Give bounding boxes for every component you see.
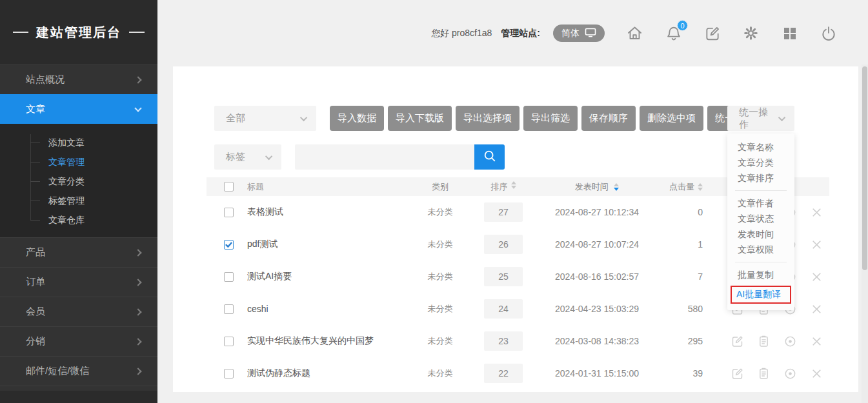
row-title[interactable]: 表格测试 [247, 206, 283, 217]
sidebar-subitem-添加文章[interactable]: 添加文章 [0, 133, 157, 152]
bulk-menu-item-文章排序[interactable]: 文章排序 [727, 170, 794, 186]
apps-grid-icon[interactable] [781, 25, 798, 42]
row-sort-input[interactable]: 22 [484, 364, 523, 383]
page-scrollbar[interactable] [862, 64, 868, 403]
top-header: 您好 pro8cf1a8 管理站点: 简体 0 [157, 0, 868, 66]
sidebar-subitem-文章仓库[interactable]: 文章仓库 [0, 210, 157, 230]
monitor-icon [585, 28, 596, 39]
select-all-checkbox[interactable] [224, 182, 234, 192]
sidebar-subitem-文章分类[interactable]: 文章分类 [0, 172, 157, 191]
sort-toggle-icon-active[interactable] [614, 183, 619, 191]
preview-eye-icon[interactable] [783, 367, 797, 380]
sidebar-item-label: 会员 [26, 306, 45, 318]
menu-divider [735, 190, 787, 191]
bulk-menu-item-文章名称[interactable]: 文章名称 [727, 139, 794, 155]
sidebar: 建站管理后台 站点概况文章 添加文章文章管理文章分类标签管理文章仓库 产品订单会… [0, 0, 157, 403]
edit-icon[interactable] [731, 367, 744, 380]
delete-x-icon[interactable] [810, 302, 823, 316]
search-input[interactable] [295, 144, 474, 170]
sidebar-subitem-文章管理[interactable]: 文章管理 [0, 152, 157, 172]
row-clicks: 295 [688, 336, 703, 346]
category-filter-select[interactable]: 全部 [214, 106, 316, 131]
bulk-menu-item-发表时间[interactable]: 发表时间 [727, 226, 794, 242]
row-title[interactable]: pdf测试 [247, 239, 278, 249]
toolbar-button-保存顺序[interactable]: 保存顺序 [581, 106, 636, 131]
chevron-right-icon [134, 76, 141, 83]
bulk-menu-item-批量复制[interactable]: 批量复制 [727, 267, 794, 282]
sort-toggle-icon[interactable] [698, 183, 703, 191]
sort-toggle-icon[interactable] [511, 181, 516, 193]
row-checkbox[interactable] [224, 208, 234, 217]
sidebar-item-分销[interactable]: 分销 [0, 326, 157, 356]
row-title[interactable]: ceshi [247, 304, 268, 314]
sidebar-item-站点概况[interactable]: 站点概况 [0, 64, 157, 94]
sidebar-item-会员[interactable]: 会员 [0, 297, 157, 326]
row-sort-input[interactable]: 26 [484, 235, 523, 254]
edit-icon[interactable] [731, 335, 744, 348]
search-button[interactable] [474, 144, 505, 170]
toolbar-button-导出选择项[interactable]: 导出选择项 [456, 106, 520, 131]
bulk-actions-button[interactable]: 统一操作 [727, 106, 794, 131]
sidebar-item-邮件/短信/微信[interactable]: 邮件/短信/微信 [0, 356, 157, 386]
sidebar-item-产品[interactable]: 产品 [0, 237, 157, 267]
column-header-clicks[interactable]: 点击量 [663, 181, 703, 193]
manage-site-label: 管理站点: [501, 28, 540, 39]
row-checkbox[interactable] [224, 369, 234, 378]
row-sort-input[interactable]: 23 [484, 331, 523, 351]
copy-icon[interactable] [757, 367, 771, 380]
row-title[interactable]: 实现中华民族伟大复兴的中国梦 [247, 335, 374, 346]
toolbar-button-导入下载版[interactable]: 导入下载版 [388, 106, 452, 131]
column-header-sort[interactable]: 排序 [476, 181, 531, 193]
scrollbar-thumb[interactable] [862, 66, 867, 270]
bulk-menu-item-文章状态[interactable]: 文章状态 [727, 211, 794, 226]
row-checkbox[interactable] [224, 337, 234, 346]
row-checkbox[interactable] [224, 240, 234, 250]
copy-icon[interactable] [757, 335, 771, 348]
bulk-menu-item-ai-batch-translate-highlighted[interactable]: AI批量翻译 [731, 286, 791, 304]
delete-x-icon[interactable] [810, 335, 823, 348]
bulk-menu-item-文章分类[interactable]: 文章分类 [727, 155, 794, 170]
sidebar-item-文章[interactable]: 文章 [0, 94, 157, 124]
edit-post-icon[interactable] [703, 25, 721, 42]
row-publish-time: 2024-08-16 15:02:57 [555, 271, 639, 282]
notifications-bell-icon[interactable]: 0 [665, 25, 682, 42]
chevron-down-icon [778, 114, 785, 121]
sidebar-item-label: 邮件/短信/微信 [26, 365, 89, 377]
sidebar-subitem-标签管理[interactable]: 标签管理 [0, 191, 157, 210]
row-title[interactable]: 测试AI摘要 [247, 271, 292, 281]
row-publish-time: 2024-08-27 10:07:24 [555, 239, 639, 250]
row-sort-input[interactable]: 27 [484, 202, 523, 222]
toolbar-button-导入数据[interactable]: 导入数据 [330, 106, 384, 131]
toolbar-button-删除选中项[interactable]: 删除选中项 [640, 106, 703, 131]
sidebar-item-label: 站点概况 [26, 74, 65, 86]
row-clicks: 39 [692, 368, 703, 378]
delete-x-icon[interactable] [810, 270, 823, 284]
delete-x-icon[interactable] [810, 206, 823, 219]
language-pill-button[interactable]: 简体 [553, 25, 605, 42]
row-checkbox[interactable] [224, 304, 234, 314]
column-header-publish-time[interactable]: 发表时间 [531, 181, 663, 193]
tag-filter-select[interactable]: 标签 [214, 144, 281, 170]
row-title[interactable]: 测试伪静态标题 [247, 368, 310, 378]
chevron-down-icon [265, 152, 272, 159]
delete-x-icon[interactable] [810, 238, 823, 251]
logo-dash-left [13, 32, 28, 33]
bulk-menu-item-文章权限[interactable]: 文章权限 [727, 242, 794, 257]
table-row: 测试伪静态标题 未分类 22 2024-01-31 15:15:00 39 [207, 357, 829, 389]
preview-eye-icon[interactable] [783, 335, 797, 348]
sidebar-item-订单[interactable]: 订单 [0, 267, 157, 297]
home-icon[interactable] [626, 25, 643, 42]
row-sort-input[interactable]: 25 [484, 267, 523, 286]
app-title-text: 建站管理后台 [36, 24, 121, 41]
toolbar-button-导出筛选[interactable]: 导出筛选 [523, 106, 578, 131]
bulk-actions-dropdown: 文章名称文章分类文章排序文章作者文章状态发表时间文章权限批量复制AI批量翻译 [727, 133, 794, 310]
row-category: 未分类 [428, 304, 453, 313]
row-clicks: 0 [698, 207, 703, 217]
settings-gear-icon[interactable] [742, 25, 760, 42]
logout-power-icon[interactable] [820, 25, 837, 42]
tag-filter-value: 标签 [226, 151, 245, 163]
delete-x-icon[interactable] [810, 367, 823, 380]
row-sort-input[interactable]: 24 [484, 299, 523, 319]
row-checkbox[interactable] [224, 272, 234, 282]
bulk-menu-item-文章作者[interactable]: 文章作者 [727, 195, 794, 211]
